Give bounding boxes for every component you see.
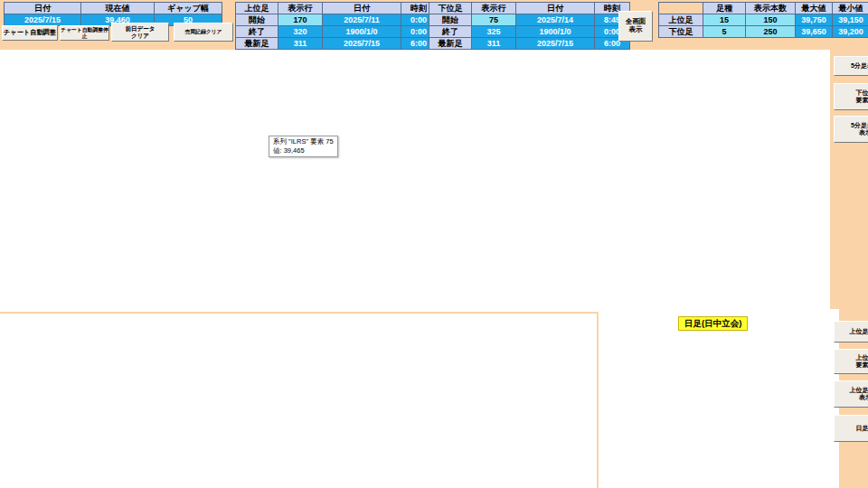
display-row-header: 表示行 (278, 3, 323, 14)
latest-date[interactable]: 2025/7/15 (323, 38, 401, 50)
intraday-15min-chart[interactable] (0, 314, 597, 488)
row-label: 開始 (236, 14, 278, 26)
main-5min-chart[interactable]: 系列 "ILRS" 要素 75 値: 39,465 (0, 50, 830, 312)
upper-tf-max-display-button[interactable]: 上位足最大 表示 (834, 380, 868, 408)
tooltip-series-line: 系列 "ILRS" 要素 75 (273, 137, 334, 146)
scale-settings-table: 足種 表示本数 最大値 最小値 コ 上位足 15 150 39,750 39,1… (658, 2, 868, 38)
upper-tf-header: 上位足 (236, 3, 278, 14)
upper-bar-count[interactable]: 150 (746, 14, 796, 26)
start-row-value[interactable]: 75 (472, 14, 516, 26)
row-label: 最新足 (236, 38, 278, 50)
lower-min[interactable]: 39,200 (833, 26, 868, 38)
lower-tf-header: 下位足 (429, 3, 472, 14)
app-window: 日付 現在値 ギャップ幅 2025/7/15 39,460 50 チャート自動調… (0, 0, 868, 488)
end-row-value[interactable]: 325 (472, 26, 516, 38)
min-value-header: 最小値 (833, 3, 868, 14)
fullscreen-button[interactable]: 全画面 表示 (618, 11, 653, 42)
daily-chart[interactable]: 日足(日中立会) (599, 309, 839, 488)
row-label: 上位足 (659, 14, 703, 26)
gap-width-header: ギャップ幅 (155, 3, 222, 14)
lower-max[interactable]: 39,650 (796, 26, 833, 38)
bar-count-header: 表示本数 (746, 3, 796, 14)
latest-row-value[interactable]: 311 (278, 38, 323, 50)
upper-bar-type[interactable]: 15 (703, 14, 746, 26)
prev-day-data-clear-button[interactable]: 前日データ クリア (111, 23, 169, 42)
max-value-header: 最大値 (796, 3, 833, 14)
lower-timeframe-table: 下位足 表示行 日付 時刻 開始 75 2025/7/14 8:45 終了 32… (429, 2, 630, 50)
daily-chart-title: 日足(日中立会) (678, 316, 748, 331)
series-tooltip: 系列 "ILRS" 要素 75 値: 39,465 (269, 136, 338, 157)
date-header: 日付 (5, 3, 81, 14)
date-value[interactable]: 2025/7/15 (5, 14, 81, 26)
tooltip-value-line: 値: 39,465 (273, 146, 334, 155)
lower-bar-count[interactable]: 250 (746, 26, 796, 38)
show-5min-button[interactable]: 5分足表示 (834, 56, 868, 76)
current-price-header: 現在値 (81, 3, 155, 14)
blank-cell (659, 3, 703, 14)
row-label: 終了 (429, 26, 472, 38)
bar-type-header: 足種 (703, 3, 746, 14)
chart-auto-adjust-button[interactable]: チャート自動調整 (2, 25, 58, 41)
show-upper-tf-button[interactable]: 上位足表示 (834, 321, 868, 343)
upper-timeframe-table: 上位足 表示行 日付 時刻 開始 170 2025/7/11 0:00 終了 3… (235, 2, 437, 50)
max-5min-display-button[interactable]: 5分足最大 表示 (834, 116, 868, 143)
row-label: 開始 (429, 14, 472, 26)
upper-max[interactable]: 39,750 (796, 14, 833, 26)
upper-min[interactable]: 39,150 (833, 14, 868, 26)
chart-auto-adjust-stop-button[interactable]: チャート自動調整停止 (60, 25, 109, 41)
end-row-value[interactable]: 320 (278, 26, 323, 38)
date-col-header: 日付 (323, 3, 401, 14)
trade-record-clear-button[interactable]: 売買記録クリア (174, 23, 233, 42)
date-col-header: 日付 (516, 3, 595, 14)
end-date[interactable]: 1900/1/0 (516, 26, 595, 38)
display-row-header: 表示行 (472, 3, 516, 14)
upper-tf-elements-button[interactable]: 上位足 要素書 (834, 349, 868, 374)
row-label: 終了 (236, 26, 278, 38)
latest-row-value[interactable]: 311 (472, 38, 516, 50)
start-row-value[interactable]: 170 (278, 14, 323, 26)
latest-date[interactable]: 2025/7/15 (516, 38, 595, 50)
end-date[interactable]: 1900/1/0 (323, 26, 401, 38)
row-label: 下位足 (659, 26, 703, 38)
lower-tf-elements-button[interactable]: 下位足 要素書 (834, 83, 868, 110)
start-date[interactable]: 2025/7/11 (323, 14, 401, 26)
lower-bar-type[interactable]: 5 (703, 26, 746, 38)
daily-display-button[interactable]: 日足表 (834, 415, 868, 442)
row-label: 最新足 (429, 38, 472, 50)
start-date[interactable]: 2025/7/14 (516, 14, 595, 26)
